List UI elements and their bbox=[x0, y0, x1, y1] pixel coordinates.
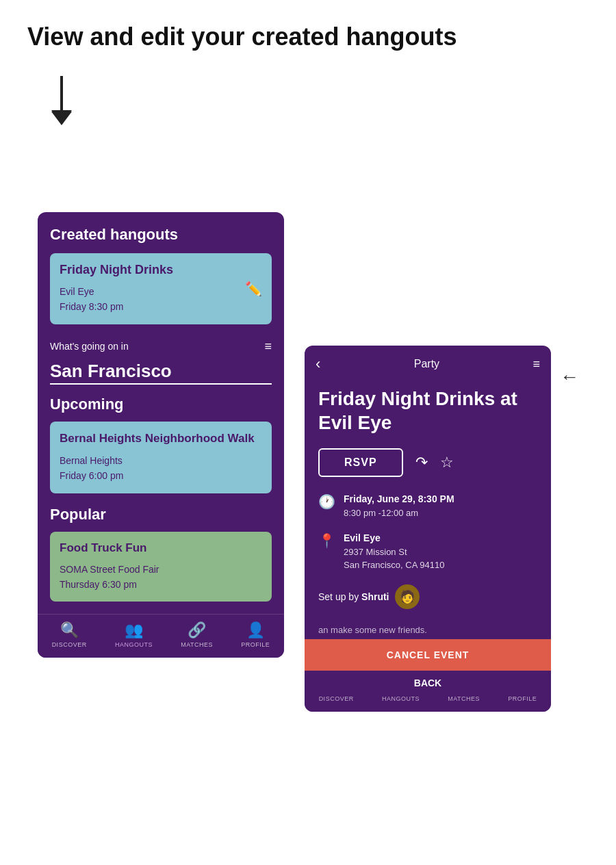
right-arrow-indicator: ← bbox=[560, 366, 579, 388]
organizer-avatar: 🧑 bbox=[395, 584, 420, 609]
whats-going-on-text: What's going on in bbox=[50, 341, 129, 352]
upcoming-card-time: Friday 6:00 pm bbox=[60, 468, 262, 483]
hangouts-label: HANGOUTS bbox=[115, 641, 153, 648]
right-nav-hangouts[interactable]: HANGOUTS bbox=[382, 695, 420, 702]
clock-icon: 🕐 bbox=[318, 493, 335, 510]
popular-card[interactable]: Food Truck Fun SOMA Street Food Fair Thu… bbox=[50, 532, 272, 602]
created-card-time: Friday 8:30 pm bbox=[60, 299, 262, 314]
right-nav-row: DISCOVER HANGOUTS MATCHES PROFILE bbox=[305, 693, 551, 712]
whats-going-on-row: What's going on in ≡ bbox=[50, 337, 272, 358]
right-nav-discover[interactable]: DISCOVER bbox=[319, 695, 354, 702]
city-title: San Francisco bbox=[50, 358, 272, 385]
nav-hangouts[interactable]: 👥 HANGOUTS bbox=[115, 621, 153, 648]
nav-profile[interactable]: 👤 PROFILE bbox=[241, 621, 270, 648]
profile-label: PROFILE bbox=[241, 641, 270, 648]
share-icon[interactable]: ↷ bbox=[415, 454, 428, 472]
profile-icon: 👤 bbox=[246, 621, 265, 639]
arrow-indicator bbox=[0, 62, 616, 147]
page-title: View and edit your created hangouts bbox=[0, 0, 616, 62]
right-menu-icon[interactable]: ≡ bbox=[532, 357, 540, 372]
discover-label: DISCOVER bbox=[52, 641, 87, 648]
created-hangout-card[interactable]: Friday Night Drinks Evil Eye Friday 8:30… bbox=[50, 253, 272, 324]
popular-section-title: Popular bbox=[50, 506, 272, 524]
description-snippet: an make some new friends. bbox=[318, 619, 537, 636]
left-phone-screen: Created hangouts Friday Night Drinks Evi… bbox=[38, 212, 284, 658]
popular-card-time: Thursday 6:30 pm bbox=[60, 577, 262, 592]
right-nav-matches[interactable]: MATCHES bbox=[448, 695, 480, 702]
right-phone-screen: ‹ Party ≡ Friday Night Drinks at Evil Ey… bbox=[305, 346, 551, 712]
upcoming-card-title: Bernal Heights Neighborhood Walk bbox=[60, 431, 262, 446]
rsvp-row: RSVP ↷ ☆ bbox=[318, 448, 537, 477]
rsvp-button[interactable]: RSVP bbox=[318, 448, 403, 477]
date-sub: 8:30 pm -12:00 am bbox=[344, 506, 454, 520]
created-section-title: Created hangouts bbox=[50, 226, 272, 244]
upcoming-section-title: Upcoming bbox=[50, 396, 272, 413]
date-main: Friday, June 29, 8:30 PM bbox=[344, 492, 454, 506]
nav-discover[interactable]: 🔍 DISCOVER bbox=[52, 621, 87, 648]
location-icon: 📍 bbox=[318, 532, 335, 549]
back-chevron[interactable]: ‹ bbox=[316, 355, 320, 373]
date-detail: Friday, June 29, 8:30 PM 8:30 pm -12:00 … bbox=[344, 492, 454, 520]
filter-icon[interactable]: ≡ bbox=[264, 339, 272, 354]
right-bottom-nav: BACK DISCOVER HANGOUTS MATCHES PROFILE bbox=[305, 671, 551, 712]
hangouts-icon: 👥 bbox=[125, 621, 143, 639]
nav-matches[interactable]: 🔗 MATCHES bbox=[181, 621, 213, 648]
popular-card-title: Food Truck Fun bbox=[60, 541, 262, 555]
right-phone-header: ‹ Party ≡ bbox=[305, 346, 551, 380]
venue-row: 📍 Evil Eye 2937 Mission St San Francisco… bbox=[318, 531, 537, 572]
event-title: Friday Night Drinks at Evil Eye bbox=[318, 387, 537, 435]
created-card-title: Friday Night Drinks bbox=[60, 263, 262, 277]
matches-label: MATCHES bbox=[181, 641, 213, 648]
matches-icon: 🔗 bbox=[188, 621, 206, 639]
venue-address-2: San Francisco, CA 94110 bbox=[344, 558, 444, 572]
setup-row: Set up by Shruti 🧑 bbox=[318, 584, 537, 609]
cancel-event-label: CANCEL EVENT bbox=[387, 649, 470, 660]
right-nav-profile[interactable]: PROFILE bbox=[508, 695, 537, 702]
back-label[interactable]: BACK bbox=[305, 671, 551, 693]
star-icon[interactable]: ☆ bbox=[440, 454, 454, 472]
venue-address-1: 2937 Mission St bbox=[344, 545, 444, 559]
cancel-event-bar[interactable]: CANCEL EVENT bbox=[305, 639, 551, 671]
setup-text: Set up by Shruti bbox=[318, 591, 389, 602]
created-card-venue: Evil Eye bbox=[60, 284, 262, 299]
left-bottom-nav: 🔍 DISCOVER 👥 HANGOUTS 🔗 MATCHES 👤 PROFIL… bbox=[38, 614, 284, 658]
upcoming-card-venue: Bernal Heights bbox=[60, 453, 262, 468]
upcoming-card[interactable]: Bernal Heights Neighborhood Walk Bernal … bbox=[50, 422, 272, 493]
svg-marker-1 bbox=[51, 112, 72, 125]
organizer-name: Shruti bbox=[361, 591, 389, 602]
edit-icon[interactable]: ✏️ bbox=[245, 281, 262, 297]
venue-name: Evil Eye bbox=[344, 531, 444, 545]
right-phone-body: Friday Night Drinks at Evil Eye RSVP ↷ ☆… bbox=[305, 380, 551, 636]
venue-detail: Evil Eye 2937 Mission St San Francisco, … bbox=[344, 531, 444, 572]
date-row: 🕐 Friday, June 29, 8:30 PM 8:30 pm -12:0… bbox=[318, 492, 537, 520]
right-header-title: Party bbox=[414, 358, 439, 370]
discover-icon: 🔍 bbox=[60, 621, 79, 639]
popular-card-venue: SOMA Street Food Fair bbox=[60, 562, 262, 577]
